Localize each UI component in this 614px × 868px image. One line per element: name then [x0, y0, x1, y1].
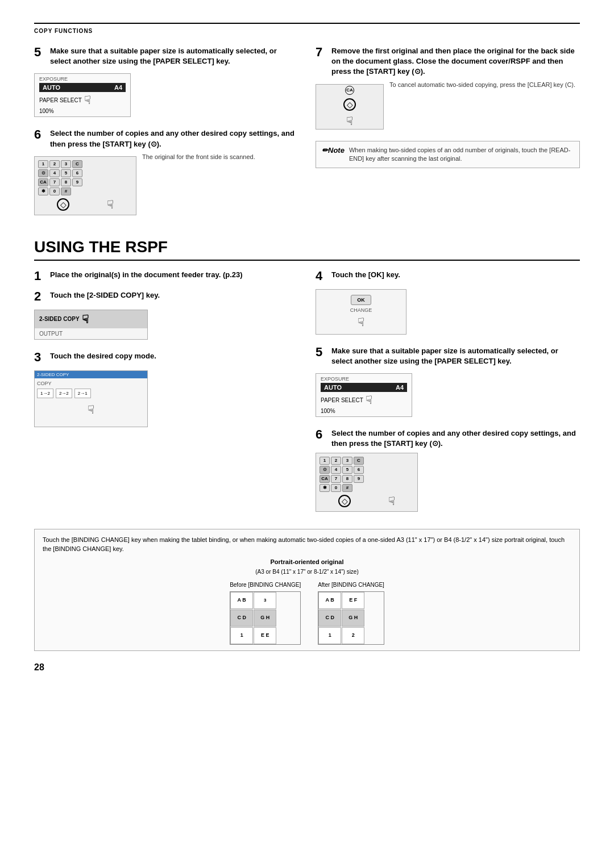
percent-r5: 100% [321, 408, 407, 414]
step-6-top: 6 Select the number of copies and any ot… [34, 128, 298, 218]
rspf-step-5: 5 Make sure that a suitable paper size i… [316, 346, 580, 420]
binding-diagrams: Before [BINDING CHANGE] A B 3 C D G H 1 … [43, 581, 571, 645]
exposure-box: EXPOSURE AUTO A4 PAPER SELECT ☟ 100% [34, 73, 131, 117]
exposure-box-r5: EXPOSURE AUTO A4 PAPER SELECT ☟ 100% [316, 373, 412, 417]
keypad-panel-r6: 1 2 3 C ⊙ 4 5 6 CA 7 8 9 ✱ 0 # ◇ [316, 453, 418, 512]
r6-key-hash: # [342, 484, 352, 492]
ts-opt-2: 2→2 [56, 389, 72, 398]
r6-key-9: 9 [354, 475, 364, 483]
before-label: Before [BINDING CHANGE] [230, 581, 301, 589]
exposure-label: EXPOSURE [39, 76, 126, 82]
bg-gh: G H [254, 610, 276, 627]
rspf-section: 1 Place the original(s) in the document … [34, 270, 580, 520]
hand-ts: ☟ [88, 403, 94, 416]
step-text-r5: Make sure that a suitable paper size is … [331, 346, 580, 366]
key-1: 1 [38, 160, 48, 168]
percent-text: 100% [39, 108, 54, 114]
step-text-7: Remove the first original and then place… [331, 46, 580, 77]
bg-a: A B [230, 592, 253, 609]
step-num-5: 5 [34, 46, 47, 59]
ok-button: OK [351, 295, 371, 305]
start-circle-7: ◇ [343, 98, 356, 111]
rspf-step-1: 1 Place the original(s) in the document … [34, 270, 298, 282]
step-num-6: 6 [34, 128, 47, 141]
start-panel-7: CA ◇ ☟ [316, 84, 384, 130]
ag-2: 2 [342, 627, 364, 644]
key-c: C [72, 160, 82, 168]
key-0: 0 [49, 187, 60, 195]
bg-3: 3 [254, 592, 276, 609]
sc-bottom: OUTPUT [35, 328, 147, 339]
key-8: 8 [61, 178, 71, 186]
ts-content: COPY 1→2 2→2 2→1 ☟ [35, 378, 147, 419]
portrait-title: Portrait-oriented original [43, 557, 571, 567]
after-grid: A B E F C D G H 1 2 [318, 591, 384, 645]
hand-cursor-icon: ☟ [84, 93, 91, 107]
hand-r6: ☟ [388, 494, 395, 508]
pct-text-r5: 100% [321, 408, 335, 414]
r6-key-star: ✱ [320, 484, 330, 492]
sc-top: 2-SIDED COPY ☟ [35, 310, 147, 328]
hand-cursor-6: ☟ [107, 198, 114, 211]
exposure-label-r5: EXPOSURE [321, 376, 407, 382]
after-binding: After [BINDING CHANGE] A B E F C D G H 1… [318, 581, 384, 645]
note-box: ✏Note When making two-sided copies of an… [316, 141, 580, 169]
ts-copy-label: COPY [37, 381, 145, 386]
auto-text: AUTO [43, 84, 60, 91]
keypad-diagram-6: 1 2 3 C ⊙ 4 5 6 CA 7 8 9 ✱ 0 # [34, 153, 298, 219]
exposure-diagram-r5: EXPOSURE AUTO A4 PAPER SELECT ☟ 100% [316, 370, 580, 420]
auto-row-r5: AUTO A4 [321, 383, 407, 392]
step-7-note: To cancel automatic two-sided copying, p… [389, 81, 575, 89]
hand-ok: ☟ [358, 315, 364, 329]
step-num-r2: 2 [34, 290, 47, 303]
key-4: 4 [49, 169, 60, 177]
ts-opt-3: 2→1 [74, 389, 91, 398]
r6-key-6: 6 [354, 466, 364, 474]
key-hash: # [61, 187, 71, 195]
r6-key-ca: CA [320, 475, 330, 483]
step-text-r6: Select the number of copies and any othe… [331, 428, 580, 449]
r6-key-3: 3 [342, 457, 352, 465]
r6-key-7: 7 [331, 475, 341, 483]
step-text-r2: Touch the [2-SIDED COPY] key. [50, 290, 160, 301]
step-num-r6: 6 [316, 428, 328, 441]
top-section: 5 Make sure that a suitable paper size i… [34, 46, 580, 227]
rspf-step-6: 6 Select the number of copies and any ot… [316, 428, 580, 511]
step-num-r1: 1 [34, 270, 47, 282]
section-label: COPY FUNCTIONS [34, 28, 93, 34]
r6-key-2: 2 [331, 457, 341, 465]
step-text-r3: Touch the desired copy mode. [50, 351, 156, 361]
step-text-6: Select the number of copies and any othe… [50, 128, 298, 149]
key-3: 3 [61, 160, 71, 168]
paper-sel-label-r5: PAPER SELECT [321, 397, 363, 403]
ag-1: 1 [318, 627, 341, 644]
ca-icon-7: CA [345, 86, 354, 95]
top-right-col: 7 Remove the first original and then pla… [316, 46, 580, 227]
section-title: USING THE RSPF [34, 238, 580, 261]
step-num-r4: 4 [316, 270, 328, 282]
rspf-left-col: 1 Place the original(s) in the document … [34, 270, 298, 520]
auto-text-r5: AUTO [324, 384, 342, 391]
sided-copy-diagram: 2-SIDED COPY ☟ OUTPUT [34, 306, 298, 343]
r6-key-c: C [354, 457, 364, 465]
rspf-step-3: 3 Touch the desired copy mode. 2-SIDED C… [34, 351, 298, 431]
step-text-r1: Place the original(s) in the document fe… [50, 270, 243, 280]
step7-diagram: CA ◇ ☟ To cancel automatic two-sided cop… [316, 81, 580, 133]
section-header: COPY FUNCTIONS [34, 23, 580, 35]
info-box: Touch the [BINDING CHANGE] key when maki… [34, 529, 580, 652]
ts-header: 2-SIDED COPY [35, 371, 147, 378]
r6-key-start: ⊙ [320, 466, 330, 474]
ag-cd: C D [318, 610, 341, 627]
r6-key-1: 1 [320, 457, 330, 465]
exposure-diagram-5: EXPOSURE AUTO A4 PAPER SELECT ☟ 100% [34, 70, 298, 120]
key-start-sm: ⊙ [38, 169, 48, 177]
note-text: When making two-sided copies of an odd n… [349, 146, 574, 164]
ag-gh2: G H [342, 610, 364, 627]
percent-row: 100% [39, 108, 126, 114]
change-label: CHANGE [350, 307, 372, 313]
step-5-top: 5 Make sure that a suitable paper size i… [34, 46, 298, 120]
before-binding: Before [BINDING CHANGE] A B 3 C D G H 1 … [230, 581, 301, 645]
bg-1: 1 [230, 627, 253, 644]
start-circle-r6: ◇ [338, 495, 351, 507]
rspf-step-2: 2 Touch the [2-SIDED COPY] key. 2-SIDED … [34, 290, 298, 343]
